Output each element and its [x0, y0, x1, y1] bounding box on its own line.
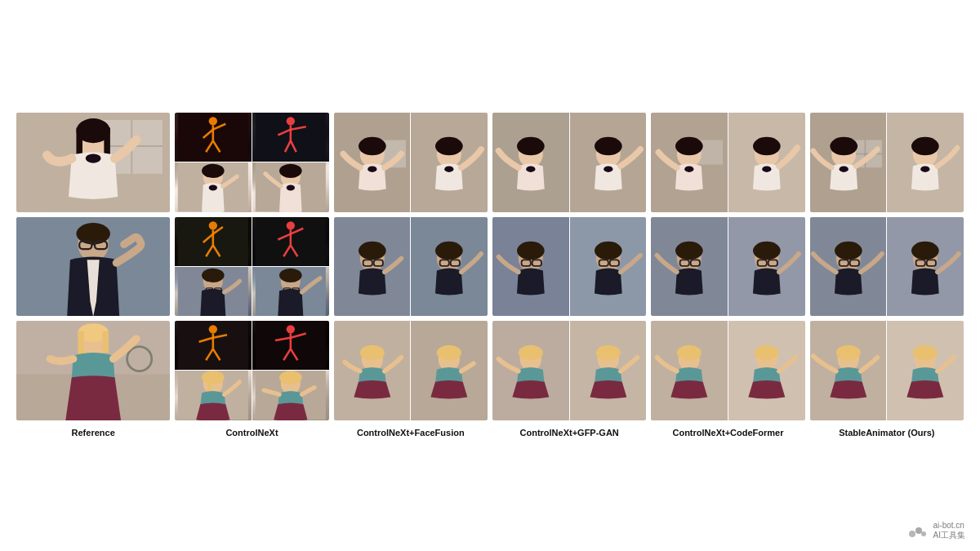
label-stableanimator: StableAnimator (Ours): [810, 427, 964, 438]
main-container: Reference ControlNeXt ControlNeXt+FaceFu…: [16, 96, 964, 455]
labels-row: Reference ControlNeXt ControlNeXt+FaceFu…: [16, 427, 964, 438]
cell-r2-gfpgan: [492, 217, 646, 317]
svg-point-168: [830, 137, 858, 155]
svg-point-97: [445, 167, 454, 172]
watermark-logo-icon: [906, 522, 929, 540]
svg-point-45: [209, 221, 217, 229]
svg-point-65: [279, 269, 302, 282]
label-gfpgan: ControlNeXt+GFP-GAN: [492, 427, 646, 438]
comparison-grid: [16, 113, 964, 420]
cell-r3-facefusion: [334, 321, 488, 420]
svg-point-146: [762, 167, 771, 172]
cell-r3-gfpgan: [492, 321, 646, 420]
cell-r1-ref: [16, 113, 170, 212]
svg-point-134: [519, 345, 543, 361]
svg-point-162: [755, 345, 779, 361]
svg-point-169: [839, 167, 848, 172]
cell-r2-stableanimator: [810, 217, 964, 317]
svg-point-69: [209, 325, 217, 333]
svg-point-137: [596, 345, 621, 361]
cell-r2-facefusion: [334, 217, 488, 317]
svg-point-190: [909, 531, 915, 537]
column-stableanimator: [810, 113, 964, 420]
svg-point-76: [287, 325, 295, 333]
cell-r2-codeformer: [651, 217, 804, 317]
svg-point-60: [202, 269, 225, 282]
column-facefusion: [334, 113, 488, 420]
cell-r2-controlnext: [175, 217, 328, 317]
cell-r3-controlnext: [175, 321, 328, 420]
column-controlnext: [175, 113, 328, 420]
svg-point-154: [753, 241, 781, 259]
cell-r3-ref: [16, 321, 170, 420]
svg-point-92: [359, 137, 386, 155]
cell-r1-controlnext: [175, 113, 328, 212]
label-facefusion: ControlNeXt+FaceFusion: [334, 427, 488, 438]
svg-point-129: [595, 241, 622, 259]
svg-point-141: [675, 137, 703, 155]
svg-point-172: [911, 137, 939, 155]
svg-point-117: [526, 167, 535, 172]
svg-point-116: [517, 137, 545, 155]
svg-point-105: [435, 241, 463, 259]
svg-point-149: [675, 241, 703, 259]
svg-point-189: [913, 345, 938, 361]
svg-point-30: [287, 117, 295, 125]
cell-r1-gfpgan: [492, 113, 646, 212]
svg-point-88: [279, 371, 302, 384]
svg-rect-7: [104, 127, 110, 155]
svg-point-192: [921, 531, 926, 536]
svg-point-186: [835, 345, 860, 361]
svg-point-39: [209, 185, 217, 191]
svg-point-113: [437, 345, 461, 361]
svg-point-8: [86, 153, 101, 162]
svg-point-124: [517, 241, 545, 259]
svg-point-84: [202, 371, 225, 384]
svg-point-96: [435, 137, 463, 155]
svg-point-23: [209, 117, 217, 125]
watermark-text: ai-bot.cn AI工具集: [933, 521, 965, 541]
label-controlnext: ControlNeXt: [175, 427, 328, 438]
svg-rect-20: [78, 331, 84, 354]
column-codeformer: [651, 113, 804, 420]
cell-r1-facefusion: [334, 113, 488, 212]
svg-point-142: [685, 167, 694, 172]
svg-point-176: [835, 241, 862, 259]
svg-point-43: [287, 185, 295, 191]
column-gfpgan: [492, 113, 646, 420]
cell-r3-stableanimator: [810, 321, 964, 420]
svg-point-120: [595, 137, 622, 155]
cell-r1-codeformer: [651, 113, 804, 212]
label-reference: Reference: [16, 427, 170, 438]
svg-point-38: [202, 164, 225, 178]
svg-point-145: [753, 137, 781, 155]
cell-r1-stableanimator: [810, 113, 964, 212]
svg-point-110: [359, 345, 384, 361]
svg-point-159: [677, 345, 702, 361]
watermark: ai-bot.cn AI工具集: [906, 521, 965, 541]
svg-point-191: [915, 527, 922, 534]
cell-r2-ref: [16, 217, 170, 317]
svg-point-52: [287, 221, 295, 229]
label-codeformer: ControlNeXt+CodeFormer: [651, 427, 804, 438]
svg-rect-21: [102, 331, 109, 353]
svg-point-173: [921, 167, 930, 172]
svg-point-100: [359, 241, 386, 259]
column-reference: [16, 113, 170, 420]
svg-point-121: [604, 167, 612, 172]
svg-point-42: [279, 164, 302, 178]
svg-point-93: [368, 167, 376, 172]
svg-point-181: [911, 241, 939, 259]
cell-r3-codeformer: [651, 321, 804, 420]
